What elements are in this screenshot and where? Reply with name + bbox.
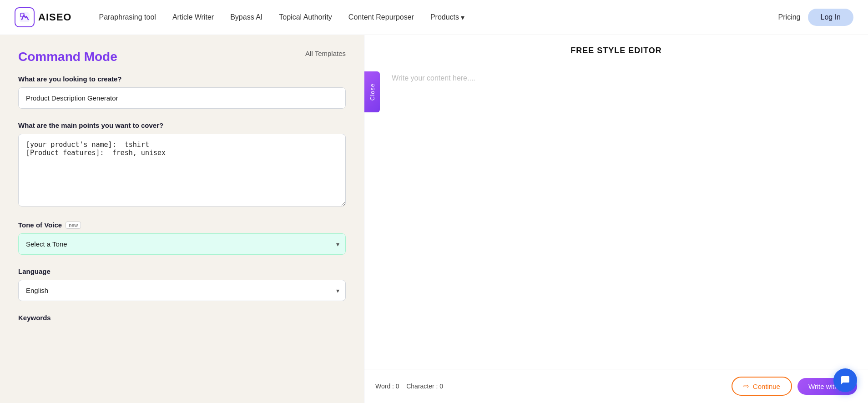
all-templates-link[interactable]: All Templates: [305, 50, 346, 57]
logo-text: AISEO: [38, 11, 71, 23]
editor-content[interactable]: Write your content here....: [364, 63, 868, 369]
logo-icon: [15, 7, 35, 27]
main-container: Command Mode All Templates What are you …: [0, 35, 868, 403]
left-panel: Command Mode All Templates What are you …: [0, 35, 364, 403]
right-panel: Close FREE STYLE EDITOR Write your conte…: [364, 35, 868, 403]
editor-title: FREE STYLE EDITOR: [570, 46, 662, 55]
field4-section: Language English Spanish French German ▾: [18, 267, 346, 301]
nav-content-repurposer[interactable]: Content Repurposer: [348, 13, 414, 21]
main-nav: Paraphrasing tool Article Writer Bypass …: [99, 13, 800, 22]
language-select[interactable]: English Spanish French German: [18, 280, 346, 301]
editor-placeholder: Write your content here....: [392, 74, 475, 82]
nav-pricing[interactable]: Pricing: [778, 13, 801, 21]
field1-input[interactable]: [18, 87, 346, 109]
field1-label: What are you looking to create?: [18, 75, 346, 83]
field2-section: What are the main points you want to cov…: [18, 121, 346, 208]
nav-products[interactable]: Products ▾: [430, 13, 464, 22]
continue-label: Continue: [753, 383, 780, 390]
language-select-wrapper: English Spanish French German ▾: [18, 280, 346, 301]
login-button[interactable]: Log In: [808, 9, 853, 26]
nav-bypass-ai[interactable]: Bypass AI: [230, 13, 262, 21]
tone-label-row: Tone of Voice new: [18, 221, 346, 229]
word-count-label: Word : 0: [375, 383, 399, 390]
editor-footer: Word : 0 Character : 0 ⇨ Continue Write …: [364, 369, 868, 403]
continue-icon: ⇨: [743, 382, 749, 390]
field2-label: What are the main points you want to cov…: [18, 121, 346, 129]
products-chevron-icon: ▾: [461, 13, 464, 22]
close-button[interactable]: Close: [364, 71, 380, 112]
word-count: Word : 0 Character : 0: [375, 383, 443, 390]
nav-article-writer[interactable]: Article Writer: [172, 13, 214, 21]
chat-bubble-button[interactable]: [833, 368, 857, 392]
field1-section: What are you looking to create?: [18, 75, 346, 109]
tone-select[interactable]: Select a Tone Formal Casual Professional…: [18, 233, 346, 255]
field3-label: Tone of Voice: [18, 221, 62, 229]
field4-label: Language: [18, 267, 346, 275]
field3-section: Tone of Voice new Select a Tone Formal C…: [18, 221, 346, 255]
field2-textarea[interactable]: [your product's name]: tshirt [Product f…: [18, 134, 346, 207]
new-badge: new: [66, 222, 81, 229]
nav-topical-authority[interactable]: Topical Authority: [279, 13, 332, 21]
tone-select-wrapper: Select a Tone Formal Casual Professional…: [18, 233, 346, 255]
header: AISEO Paraphrasing tool Article Writer B…: [0, 0, 868, 35]
panel-header: Command Mode All Templates: [18, 50, 346, 64]
char-count-label: Character : 0: [406, 383, 443, 390]
field5-label: Keywords: [18, 314, 346, 322]
continue-button[interactable]: ⇨ Continue: [732, 377, 792, 396]
nav-paraphrasing-tool[interactable]: Paraphrasing tool: [99, 13, 156, 21]
editor-header: FREE STYLE EDITOR: [364, 35, 868, 63]
page-title: Command Mode: [18, 50, 117, 64]
field5-section: Keywords: [18, 314, 346, 322]
logo[interactable]: AISEO: [15, 7, 71, 27]
